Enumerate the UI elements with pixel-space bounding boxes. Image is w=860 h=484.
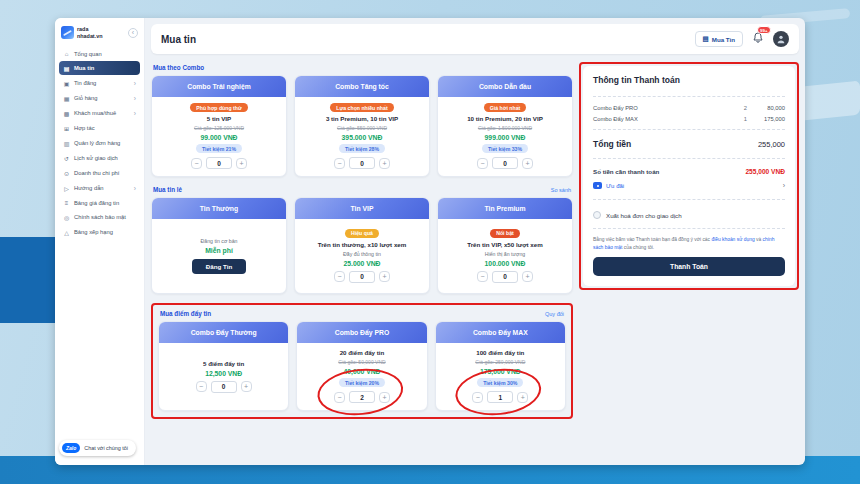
sidebar-item-label: Chính sách bảo mật bbox=[74, 214, 126, 220]
sidebar-item-doanh-thu-chi-phi[interactable]: ⊙ Doanh thu chi phí bbox=[59, 166, 140, 180]
notifications-button[interactable]: 99+ bbox=[752, 30, 764, 48]
card-offer: 3 tin Premium, 10 tin VIP bbox=[326, 115, 398, 122]
payment-title: Thông tin Thanh toán bbox=[593, 75, 785, 91]
original-price: Giá gốc: 125.000 VNĐ bbox=[194, 125, 244, 131]
minus-button[interactable]: − bbox=[477, 271, 488, 282]
card-body: Giá hời nhất 10 tin Premium, 20 tin VIP … bbox=[438, 97, 572, 176]
divider bbox=[593, 199, 785, 200]
minus-button[interactable]: − bbox=[472, 392, 483, 403]
zalo-chat-button[interactable]: Zalo Chat với chúng tôi bbox=[59, 440, 136, 456]
promo-badge: Giá hời nhất bbox=[484, 103, 527, 112]
sidebar-item-lich-su-giao-dich[interactable]: ↺ Lịch sử giao dịch bbox=[59, 151, 140, 165]
plus-button[interactable]: + bbox=[379, 271, 390, 282]
single-cards: Tin Thường Đăng tin cơ bản Miễn phí Đăng… bbox=[151, 197, 573, 294]
buy-post-button[interactable]: ▤ Mua Tin bbox=[695, 31, 743, 47]
sidebar-item-huong-dan[interactable]: ▷ Hướng dẫn › bbox=[59, 181, 140, 195]
chevron-right-icon: › bbox=[134, 185, 136, 192]
card-offer: 100 điểm đẩy tin bbox=[476, 349, 524, 356]
sidebar-menu: ⌂ Tổng quan ▤ Mua tin ▣ Tin đăng › ▦ Giỏ… bbox=[55, 47, 144, 239]
sidebar-item-label: Mua tin bbox=[74, 65, 94, 71]
sidebar-item-quan-ly-don-hang[interactable]: ▥ Quản lý đơn hàng bbox=[59, 136, 140, 150]
sidebar-item-khach-mua-thue[interactable]: ▩ Khách mua/thuê › bbox=[59, 106, 140, 120]
chevron-right-icon: › bbox=[134, 80, 136, 87]
zalo-chat-label: Chat với chúng tôi bbox=[84, 445, 128, 451]
sidebar-item-tin-dang[interactable]: ▣ Tin đăng › bbox=[59, 76, 140, 90]
item-amount: 175,000 bbox=[747, 116, 785, 122]
savings-badge: Tiết kiệm 28% bbox=[339, 144, 385, 153]
price: 40,000 VNĐ bbox=[343, 368, 380, 375]
sidebar-item-tong-quan[interactable]: ⌂ Tổng quan bbox=[59, 47, 140, 60]
zalo-logo-icon: Zalo bbox=[62, 443, 80, 453]
card-description: Đăng tin cơ bản bbox=[201, 238, 238, 244]
buy-post-icon: ▤ bbox=[703, 35, 709, 43]
quantity-value[interactable]: 0 bbox=[211, 381, 237, 393]
original-price: Giá gốc: 50,000 VNĐ bbox=[338, 359, 385, 365]
quantity-stepper: − 0 + bbox=[477, 157, 533, 169]
post-listing-button[interactable]: Đăng Tin bbox=[192, 259, 246, 274]
sidebar-item-mua-tin[interactable]: ▤ Mua tin bbox=[59, 61, 140, 75]
invoice-radio[interactable] bbox=[593, 211, 601, 219]
quantity-value[interactable]: 0 bbox=[349, 157, 375, 169]
plus-button[interactable]: + bbox=[241, 381, 252, 392]
plus-button[interactable]: + bbox=[379, 392, 390, 403]
card-combo-tang-toc: Combo Tăng tốc Lựa chọn nhiều nhất 3 tin… bbox=[294, 75, 430, 177]
quantity-value[interactable]: 0 bbox=[349, 271, 375, 283]
plus-button[interactable]: + bbox=[379, 158, 390, 169]
voucher-row[interactable]: Ưu đãi › bbox=[593, 177, 785, 194]
promo-badge: Phù hợp dùng thử bbox=[190, 103, 247, 112]
divider bbox=[593, 96, 785, 97]
card-tin-premium: Tin Premium Nổi bật Trên tin VIP, x50 lư… bbox=[437, 197, 573, 294]
card-title: Combo Đẩy MAX bbox=[436, 322, 565, 343]
sidebar: rada nhadat.vn ‹ ⌂ Tổng quan ▤ Mua tin ▣… bbox=[55, 18, 145, 465]
quantity-value[interactable]: 1 bbox=[487, 391, 513, 403]
plus-button[interactable]: + bbox=[517, 392, 528, 403]
minus-button[interactable]: − bbox=[191, 158, 202, 169]
quantity-value[interactable]: 2 bbox=[349, 391, 375, 403]
quantity-stepper: − 0 + bbox=[334, 157, 390, 169]
minus-button[interactable]: − bbox=[196, 381, 207, 392]
sidebar-item-label: Bảng xếp hạng bbox=[74, 229, 113, 235]
savings-badge: Tiết kiệm 33% bbox=[482, 144, 528, 153]
brand-name: rada nhadat.vn bbox=[77, 26, 102, 38]
item-qty: 2 bbox=[729, 105, 747, 111]
quantity-value[interactable]: 0 bbox=[492, 157, 518, 169]
minus-button[interactable]: − bbox=[477, 158, 488, 169]
sidebar-item-bang-xep-hang[interactable]: △ Bảng xếp hạng bbox=[59, 225, 140, 239]
invoice-label: Xuất hoá đơn cho giao dịch bbox=[606, 212, 682, 219]
annotation-red-box-payment: Thông tin Thanh toán Combo Đẩy PRO 2 80,… bbox=[579, 62, 799, 290]
terms-of-use-link[interactable]: điều khoản sử dụng bbox=[711, 237, 754, 242]
amount-due-value: 255,000 VNĐ bbox=[745, 168, 785, 175]
minus-button[interactable]: − bbox=[334, 271, 345, 282]
compare-link[interactable]: So sánh bbox=[551, 187, 571, 193]
invoice-toggle-row[interactable]: Xuất hoá đơn cho giao dịch bbox=[593, 205, 785, 223]
payment-line-item: Combo Đẩy PRO 2 80,000 bbox=[593, 102, 785, 113]
promo-badge: Lựa chọn nhiều nhất bbox=[330, 103, 393, 112]
sidebar-item-label: Tin đăng bbox=[74, 80, 96, 86]
minus-button[interactable]: − bbox=[334, 158, 345, 169]
quantity-value[interactable]: 0 bbox=[492, 271, 518, 283]
header-actions: ▤ Mua Tin 99+ bbox=[695, 30, 789, 48]
pay-button[interactable]: Thanh Toán bbox=[593, 257, 785, 276]
sidebar-item-hop-tac[interactable]: ⊞ Hợp tác bbox=[59, 121, 140, 135]
sidebar-item-chinh-sach-bao-mat[interactable]: ◎ Chính sách bảo mật bbox=[59, 210, 140, 224]
plus-button[interactable]: + bbox=[522, 158, 533, 169]
plus-button[interactable]: + bbox=[522, 271, 533, 282]
user-icon bbox=[776, 34, 786, 44]
sidebar-item-label: Hợp tác bbox=[74, 125, 95, 131]
minus-button[interactable]: − bbox=[334, 392, 345, 403]
app-window: rada nhadat.vn ‹ ⌂ Tổng quan ▤ Mua tin ▣… bbox=[55, 18, 805, 465]
card-offer: 5 tin VIP bbox=[207, 115, 231, 122]
plus-button[interactable]: + bbox=[236, 158, 247, 169]
voucher-label: Ưu đãi bbox=[606, 183, 624, 189]
total-row: Tổng tiền 255,000 bbox=[593, 135, 785, 153]
sidebar-collapse-button[interactable]: ‹ bbox=[128, 28, 138, 38]
avatar[interactable] bbox=[773, 31, 789, 47]
card-title: Combo Đẩy PRO bbox=[297, 322, 426, 343]
sidebar-item-bang-gia-dang-tin[interactable]: ≡ Bảng giá đăng tin bbox=[59, 196, 140, 209]
sidebar-item-gio-hang[interactable]: ▦ Giỏ hàng › bbox=[59, 91, 140, 105]
sidebar-item-label: Doanh thu chi phí bbox=[74, 170, 119, 176]
quantity-value[interactable]: 0 bbox=[206, 157, 232, 169]
savings-badge: Tiết kiệm 30% bbox=[477, 378, 523, 387]
price: 12,500 VNĐ bbox=[205, 370, 242, 377]
convert-link[interactable]: Quy đổi bbox=[545, 311, 564, 317]
